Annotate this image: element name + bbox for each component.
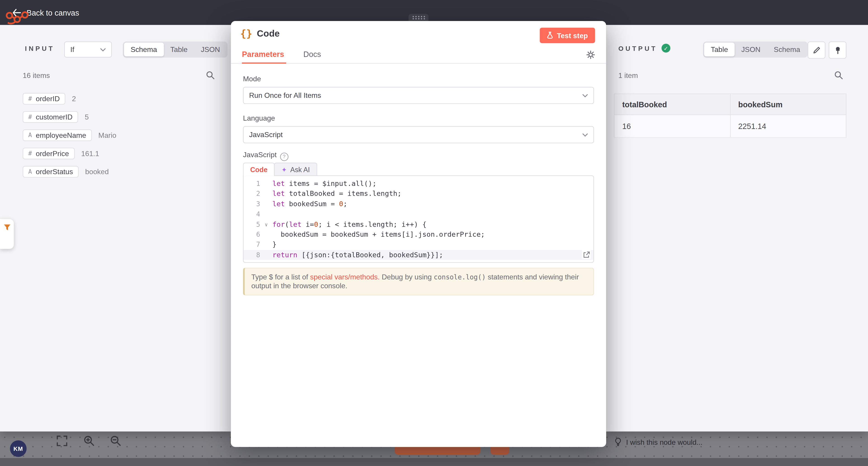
line-number: 6 [244, 230, 260, 240]
tab-parameters[interactable]: Parameters [242, 50, 284, 59]
flask-icon [547, 32, 553, 39]
tab-input-schema[interactable]: Schema [124, 43, 164, 57]
n8n-node-detail-view: Back to canvas INPUT If Schema Table JSO… [0, 0, 868, 466]
fold-chevron-icon [260, 250, 272, 260]
hint-mid: Debug by using [380, 273, 434, 281]
tab-output-table[interactable]: Table [704, 43, 735, 57]
column-header: totalBooked [614, 94, 730, 115]
code-node-icon: {} [240, 28, 252, 39]
test-step-button[interactable]: Test step [539, 28, 595, 43]
code-text: bookedSum = bookedSum + items[i].json.or… [272, 230, 485, 240]
field-pill[interactable]: #orderID [23, 93, 65, 104]
tab-input-json[interactable]: JSON [194, 43, 227, 57]
search-icon [206, 71, 215, 79]
tab-output-schema[interactable]: Schema [767, 43, 807, 57]
drag-dots-icon [412, 15, 425, 20]
language-select[interactable]: JavaScript [243, 126, 594, 143]
code-line[interactable]: 2let totalBooked = items.length; [244, 189, 594, 199]
code-text: let items = $input.all(); [272, 179, 377, 189]
field-pill[interactable]: AorderStatus [23, 166, 79, 177]
code-editor[interactable]: 1let items = $input.all();2let totalBook… [243, 175, 594, 263]
tab-docs[interactable]: Docs [303, 50, 321, 59]
schema-field-row[interactable]: #orderPrice161.1 [23, 147, 220, 159]
output-table-body: 162251.14 [614, 115, 846, 137]
field-pill[interactable]: #customerID [23, 111, 78, 123]
zoom-out-button[interactable] [108, 434, 123, 448]
code-node-modal: {} Code Test step Parameters Docs Mode R… [231, 21, 606, 447]
field-value: 161.1 [81, 149, 99, 158]
gear-icon [586, 51, 595, 59]
field-value: Mario [98, 131, 116, 139]
output-search-button[interactable] [834, 71, 843, 82]
editor-tabs: Code ✦ Ask AI [243, 163, 317, 176]
chevron-down-icon [582, 94, 588, 97]
tab-code[interactable]: Code [243, 163, 275, 176]
field-type-icon: # [28, 95, 32, 102]
test-step-label: Test step [557, 31, 588, 39]
schema-field-row[interactable]: #orderID2 [23, 92, 220, 105]
avatar[interactable]: KM [10, 440, 26, 457]
chevron-down-icon [582, 133, 588, 136]
tab-input-table[interactable]: Table [164, 43, 194, 57]
field-pill[interactable]: AemployeeName [23, 129, 92, 141]
table-row[interactable]: 162251.14 [614, 115, 846, 137]
input-node-stub[interactable] [0, 219, 14, 249]
line-number: 5 [244, 219, 260, 230]
output-title: OUTPUT [618, 45, 657, 53]
code-line[interactable]: 4 [244, 209, 594, 219]
modal-drag-handle[interactable] [408, 14, 428, 21]
code-line[interactable]: 1let items = $input.all(); [244, 179, 594, 189]
pin-icon [834, 46, 841, 54]
fold-chevron-icon [260, 230, 272, 240]
input-view-tabs: Schema Table JSON [123, 41, 228, 58]
expand-editor-button[interactable] [582, 250, 591, 259]
code-line[interactable]: 6 bookedSum = bookedSum + items[i].json.… [244, 230, 594, 240]
input-search-button[interactable] [206, 71, 215, 82]
mode-select[interactable]: Run Once for All Items [243, 87, 594, 104]
mode-value: Run Once for All Items [249, 91, 321, 100]
field-type-icon: A [28, 168, 32, 175]
active-tab-underline [242, 63, 286, 64]
node-settings-button[interactable] [586, 51, 595, 61]
pin-output-button[interactable] [829, 41, 846, 59]
expand-icon [583, 251, 590, 258]
schema-field-row[interactable]: #customerID5 [23, 111, 220, 123]
field-value: 2 [72, 94, 76, 103]
line-number: 1 [244, 179, 260, 189]
help-icon[interactable]: ? [280, 153, 288, 161]
node-feedback-button[interactable]: I wish this node would... [614, 437, 702, 446]
code-line[interactable]: 8return [{json:{totalBooked, bookedSum}}… [244, 250, 594, 260]
code-text: let bookedSum = 0; [272, 199, 347, 209]
hint-pre: Type $ for a list of [251, 273, 310, 281]
fit-view-button[interactable] [55, 434, 69, 448]
field-name: customerID [36, 112, 72, 121]
edit-output-button[interactable] [808, 41, 825, 59]
lightbulb-icon [614, 437, 622, 446]
zoom-in-button[interactable] [82, 434, 96, 448]
code-line[interactable]: 3let bookedSum = 0; [244, 199, 594, 209]
input-items-count: 16 items [23, 71, 50, 80]
fold-chevron-icon[interactable]: ∨ [260, 219, 272, 230]
schema-field-row[interactable]: AorderStatusbooked [23, 165, 220, 177]
output-table-header-row: totalBookedbookedSum [614, 94, 846, 115]
input-source-select[interactable]: If [64, 41, 112, 58]
node-title: Code [257, 28, 280, 39]
fold-chevron-icon [260, 240, 272, 250]
special-vars-link[interactable]: special vars/methods. [310, 273, 380, 281]
tab-output-json[interactable]: JSON [735, 43, 767, 57]
input-panel: INPUT If Schema Table JSON 16 items #ord… [0, 25, 231, 431]
tab-ask-ai[interactable]: ✦ Ask AI [274, 163, 317, 176]
field-name: orderID [36, 94, 60, 103]
column-header: bookedSum [730, 94, 846, 115]
schema-field-row[interactable]: AemployeeNameMario [23, 129, 220, 141]
code-line[interactable]: 5∨for(let i=0; i < items.length; i++) { [244, 219, 594, 230]
table-cell: 2251.14 [730, 115, 846, 137]
node-tabs: Parameters Docs [231, 49, 606, 64]
pencil-icon [813, 46, 820, 54]
line-number: 7 [244, 240, 260, 250]
line-number: 2 [244, 189, 260, 199]
code-line[interactable]: 7} [244, 240, 594, 250]
field-pill[interactable]: #orderPrice [23, 147, 74, 159]
table-cell: 16 [614, 115, 730, 137]
field-name: employeeName [36, 131, 86, 139]
